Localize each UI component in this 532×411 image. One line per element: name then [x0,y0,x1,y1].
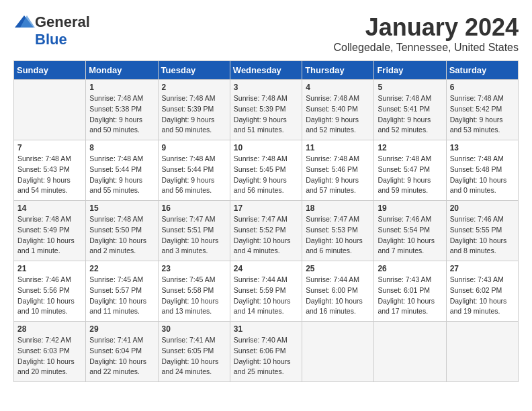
daylight: Daylight: 10 hours and 14 minutes. [234,297,291,316]
calendar-cell: 23Sunrise: 7:45 AMSunset: 5:58 PMDayligh… [158,261,230,322]
day-info: Sunrise: 7:45 AMSunset: 5:57 PMDaylight:… [89,275,154,317]
day-number: 25 [306,264,370,273]
day-number: 27 [450,264,515,273]
sunset: Sunset: 5:48 PM [450,165,502,173]
day-number: 5 [378,83,442,92]
sunset: Sunset: 5:38 PM [89,105,142,113]
day-number: 2 [162,83,226,92]
day-header-friday: Friday [374,61,446,80]
calendar-week-3: 14Sunrise: 7:48 AMSunset: 5:49 PMDayligh… [14,201,519,261]
sunrise: Sunrise: 7:41 AM [162,336,216,344]
daylight: Daylight: 9 hours and 59 minutes. [378,176,431,195]
sunset: Sunset: 5:53 PM [306,226,358,234]
sunset: Sunset: 5:45 PM [234,165,286,173]
day-info: Sunrise: 7:46 AMSunset: 5:56 PMDaylight:… [17,275,82,317]
logo-icon [13,14,35,30]
daylight: Daylight: 10 hours and 2 minutes. [89,236,146,255]
daylight: Daylight: 10 hours and 20 minutes. [17,357,75,376]
calendar-cell [374,322,446,382]
daylight: Daylight: 9 hours and 56 minutes. [162,176,215,195]
daylight: Daylight: 10 hours and 6 minutes. [306,236,363,255]
day-header-saturday: Saturday [446,61,518,80]
calendar-cell [302,322,374,382]
day-number: 13 [450,143,515,152]
sunset: Sunset: 6:05 PM [162,347,214,355]
day-number: 17 [234,203,298,213]
sunset: Sunset: 6:01 PM [378,286,430,294]
daylight: Daylight: 10 hours and 16 minutes. [306,297,363,316]
daylight: Daylight: 10 hours and 7 minutes. [378,236,435,255]
day-info: Sunrise: 7:48 AMSunset: 5:39 PMDaylight:… [162,93,226,136]
day-info: Sunrise: 7:42 AMSunset: 6:03 PMDaylight:… [17,335,82,377]
day-number: 23 [162,264,226,273]
sunrise: Sunrise: 7:43 AM [378,275,431,283]
sunrise: Sunrise: 7:45 AM [89,275,143,283]
day-info: Sunrise: 7:47 AMSunset: 5:52 PMDaylight:… [234,214,298,257]
sunrise: Sunrise: 7:48 AM [234,154,287,163]
daylight: Daylight: 10 hours and 1 minute. [17,236,75,255]
sunrise: Sunrise: 7:45 AM [162,275,216,283]
daylight: Daylight: 10 hours and 0 minutes. [450,176,507,195]
day-header-monday: Monday [86,61,158,80]
day-info: Sunrise: 7:47 AMSunset: 5:53 PMDaylight:… [306,214,370,257]
daylight: Daylight: 9 hours and 50 minutes. [162,116,215,134]
day-info: Sunrise: 7:48 AMSunset: 5:49 PMDaylight:… [17,214,82,257]
day-info: Sunrise: 7:41 AMSunset: 6:05 PMDaylight:… [162,335,226,377]
calendar-cell: 3Sunrise: 7:48 AMSunset: 5:39 PMDaylight… [230,80,302,140]
day-number: 8 [89,143,154,152]
day-number: 24 [234,264,298,273]
sunrise: Sunrise: 7:46 AM [450,215,504,223]
sunrise: Sunrise: 7:48 AM [162,94,216,102]
day-info: Sunrise: 7:48 AMSunset: 5:46 PMDaylight:… [306,154,370,196]
calendar-cell: 7Sunrise: 7:48 AMSunset: 5:43 PMDaylight… [14,140,86,201]
daylight: Daylight: 10 hours and 10 minutes. [17,297,75,316]
calendar-cell: 4Sunrise: 7:48 AMSunset: 5:40 PMDaylight… [302,80,374,140]
daylight: Daylight: 10 hours and 3 minutes. [162,236,219,255]
day-info: Sunrise: 7:48 AMSunset: 5:50 PMDaylight:… [89,214,154,257]
day-info: Sunrise: 7:43 AMSunset: 6:02 PMDaylight:… [450,275,515,317]
calendar-cell [446,322,518,382]
sunset: Sunset: 5:47 PM [378,165,430,173]
sunrise: Sunrise: 7:44 AM [234,275,287,283]
calendar-cell: 15Sunrise: 7:48 AMSunset: 5:50 PMDayligh… [86,201,158,261]
calendar-cell: 17Sunrise: 7:47 AMSunset: 5:52 PMDayligh… [230,201,302,261]
sunrise: Sunrise: 7:48 AM [306,94,359,102]
day-info: Sunrise: 7:46 AMSunset: 5:54 PMDaylight:… [378,214,442,257]
sunset: Sunset: 5:58 PM [162,286,214,294]
calendar-week-5: 28Sunrise: 7:42 AMSunset: 6:03 PMDayligh… [14,322,519,382]
day-number: 19 [378,203,442,213]
calendar-cell: 26Sunrise: 7:43 AMSunset: 6:01 PMDayligh… [374,261,446,322]
calendar-header-row: SundayMondayTuesdayWednesdayThursdayFrid… [14,61,519,80]
day-info: Sunrise: 7:48 AMSunset: 5:44 PMDaylight:… [162,154,226,196]
day-info: Sunrise: 7:48 AMSunset: 5:47 PMDaylight:… [378,154,442,196]
day-info: Sunrise: 7:48 AMSunset: 5:43 PMDaylight:… [17,154,82,196]
calendar-cell: 12Sunrise: 7:48 AMSunset: 5:47 PMDayligh… [374,140,446,201]
daylight: Daylight: 10 hours and 11 minutes. [89,297,146,316]
day-number: 6 [450,83,515,92]
daylight: Daylight: 10 hours and 19 minutes. [450,297,507,316]
sunrise: Sunrise: 7:48 AM [450,154,504,163]
sunset: Sunset: 5:59 PM [234,286,286,294]
day-info: Sunrise: 7:44 AMSunset: 5:59 PMDaylight:… [234,275,298,317]
day-info: Sunrise: 7:47 AMSunset: 5:51 PMDaylight:… [162,214,226,257]
sunset: Sunset: 6:03 PM [17,347,70,355]
day-number: 31 [234,324,298,334]
day-info: Sunrise: 7:48 AMSunset: 5:41 PMDaylight:… [378,93,442,136]
day-info: Sunrise: 7:46 AMSunset: 5:55 PMDaylight:… [450,214,515,257]
calendar-cell: 9Sunrise: 7:48 AMSunset: 5:44 PMDaylight… [158,140,230,201]
day-number: 7 [17,143,82,152]
sunset: Sunset: 6:00 PM [306,286,358,294]
day-number: 26 [378,264,442,273]
sunrise: Sunrise: 7:48 AM [378,94,431,102]
calendar-cell: 13Sunrise: 7:48 AMSunset: 5:48 PMDayligh… [446,140,518,201]
calendar-cell: 6Sunrise: 7:48 AMSunset: 5:42 PMDaylight… [446,80,518,140]
day-info: Sunrise: 7:48 AMSunset: 5:38 PMDaylight:… [89,93,154,136]
calendar-cell: 2Sunrise: 7:48 AMSunset: 5:39 PMDaylight… [158,80,230,140]
day-info: Sunrise: 7:45 AMSunset: 5:58 PMDaylight:… [162,275,226,317]
day-info: Sunrise: 7:48 AMSunset: 5:48 PMDaylight:… [450,154,515,196]
day-header-tuesday: Tuesday [158,61,230,80]
daylight: Daylight: 9 hours and 53 minutes. [450,116,503,134]
sunrise: Sunrise: 7:48 AM [17,154,71,163]
sunset: Sunset: 5:51 PM [162,226,214,234]
sunset: Sunset: 5:56 PM [17,286,70,294]
